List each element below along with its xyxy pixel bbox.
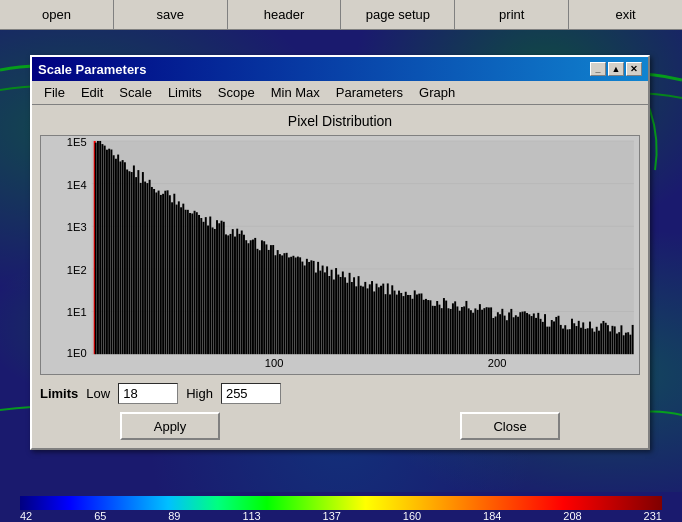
svg-rect-99 — [281, 255, 283, 354]
svg-text:200: 200 — [488, 357, 507, 369]
close-button[interactable]: ✕ — [626, 62, 642, 76]
svg-rect-141 — [376, 284, 378, 355]
svg-rect-142 — [378, 287, 380, 354]
svg-rect-161 — [420, 293, 422, 354]
menu-scope[interactable]: Scope — [210, 83, 263, 102]
svg-rect-189 — [483, 308, 485, 354]
svg-rect-218 — [549, 327, 551, 355]
low-input[interactable] — [118, 383, 178, 404]
chart-title: Pixel Distribution — [40, 113, 640, 129]
svg-rect-71 — [218, 223, 220, 354]
svg-text:1E2: 1E2 — [67, 264, 87, 276]
open-button[interactable]: open — [0, 0, 114, 29]
svg-rect-35 — [137, 170, 139, 354]
close-button-dialog[interactable]: Close — [460, 412, 560, 440]
svg-rect-149 — [394, 291, 396, 355]
svg-rect-83 — [245, 240, 247, 354]
svg-rect-119 — [326, 266, 328, 354]
svg-rect-61 — [196, 212, 198, 354]
svg-rect-75 — [227, 235, 229, 354]
svg-rect-216 — [544, 314, 546, 354]
svg-rect-116 — [319, 271, 321, 355]
svg-rect-45 — [160, 195, 162, 354]
svg-rect-211 — [533, 313, 535, 354]
svg-rect-32 — [131, 172, 133, 354]
svg-rect-249 — [618, 332, 620, 354]
svg-rect-222 — [558, 316, 560, 354]
svg-rect-40 — [149, 180, 151, 354]
svg-rect-38 — [144, 182, 146, 355]
menu-file[interactable]: File — [36, 83, 73, 102]
page-setup-button[interactable]: page setup — [341, 0, 455, 29]
svg-rect-183 — [470, 310, 472, 354]
restore-button[interactable]: ▲ — [608, 62, 624, 76]
svg-rect-88 — [256, 249, 258, 354]
apply-button[interactable]: Apply — [120, 412, 220, 440]
svg-rect-209 — [528, 314, 530, 354]
svg-rect-91 — [263, 241, 265, 354]
svg-rect-109 — [304, 265, 306, 354]
svg-rect-39 — [146, 183, 148, 354]
svg-rect-26 — [117, 155, 119, 355]
svg-rect-252 — [625, 333, 627, 354]
menu-graph[interactable]: Graph — [411, 83, 463, 102]
print-button[interactable]: print — [455, 0, 569, 29]
svg-rect-114 — [315, 273, 317, 355]
svg-rect-25 — [115, 159, 117, 354]
svg-rect-96 — [274, 255, 276, 354]
cb-label-4: 137 — [323, 510, 341, 522]
svg-rect-139 — [371, 281, 373, 354]
svg-rect-227 — [569, 329, 571, 354]
svg-rect-236 — [589, 322, 591, 355]
svg-rect-140 — [373, 291, 375, 354]
svg-rect-18 — [99, 141, 101, 354]
svg-rect-118 — [324, 272, 326, 354]
svg-rect-163 — [425, 299, 427, 354]
svg-rect-180 — [463, 306, 465, 354]
svg-rect-239 — [596, 327, 598, 354]
menu-edit[interactable]: Edit — [73, 83, 111, 102]
svg-rect-199 — [506, 320, 508, 354]
svg-rect-133 — [358, 276, 360, 354]
svg-rect-254 — [629, 335, 631, 355]
svg-rect-212 — [535, 318, 537, 354]
svg-rect-169 — [438, 305, 440, 355]
high-input[interactable] — [221, 383, 281, 404]
svg-rect-171 — [443, 298, 445, 354]
menu-minmax[interactable]: Min Max — [263, 83, 328, 102]
svg-rect-87 — [254, 238, 256, 354]
svg-rect-68 — [212, 227, 214, 354]
menu-scale[interactable]: Scale — [111, 83, 160, 102]
svg-rect-47 — [164, 191, 166, 354]
svg-rect-206 — [522, 312, 524, 355]
svg-rect-164 — [427, 300, 429, 354]
svg-rect-154 — [405, 292, 407, 354]
svg-rect-77 — [232, 229, 234, 354]
minimize-button[interactable]: _ — [590, 62, 606, 76]
svg-rect-89 — [259, 250, 261, 354]
svg-rect-81 — [241, 231, 243, 355]
cb-label-3: 113 — [242, 510, 260, 522]
svg-rect-155 — [407, 295, 409, 354]
svg-rect-204 — [517, 317, 519, 354]
svg-rect-166 — [432, 306, 434, 354]
svg-rect-67 — [209, 217, 211, 355]
menu-parameters[interactable]: Parameters — [328, 83, 411, 102]
svg-rect-135 — [362, 287, 364, 355]
svg-rect-110 — [306, 259, 308, 354]
menu-limits[interactable]: Limits — [160, 83, 210, 102]
svg-rect-247 — [614, 326, 616, 354]
svg-rect-150 — [396, 295, 398, 355]
svg-rect-210 — [531, 316, 533, 354]
header-button[interactable]: header — [228, 0, 342, 29]
save-button[interactable]: save — [114, 0, 228, 29]
cb-label-1: 65 — [94, 510, 106, 522]
low-label: Low — [86, 386, 110, 401]
svg-rect-253 — [627, 332, 629, 354]
exit-button[interactable]: exit — [569, 0, 682, 29]
svg-rect-202 — [513, 317, 515, 354]
svg-rect-108 — [301, 262, 303, 355]
svg-rect-145 — [385, 294, 387, 354]
svg-rect-159 — [416, 294, 418, 354]
svg-rect-160 — [418, 294, 420, 355]
